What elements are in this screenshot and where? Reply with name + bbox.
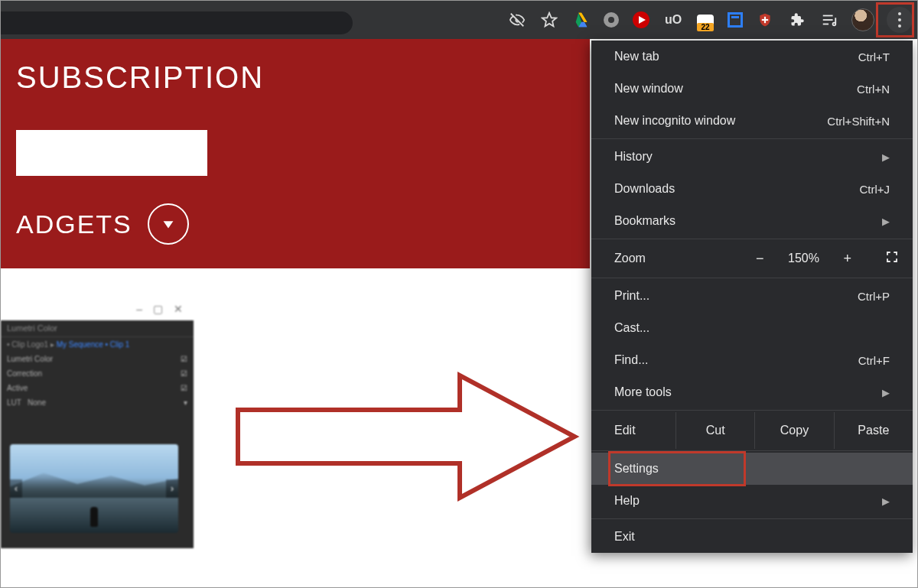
menu-find[interactable]: Find... Ctrl+F xyxy=(591,344,913,376)
submenu-caret-icon: ▶ xyxy=(882,387,890,398)
menu-item-shortcut: Ctrl+J xyxy=(859,183,890,196)
menu-item-label: New incognito window xyxy=(614,114,735,128)
svg-marker-11 xyxy=(163,221,173,228)
submenu-caret-icon: ▶ xyxy=(882,151,890,163)
eye-off-icon[interactable] xyxy=(507,10,527,30)
menu-item-label: History xyxy=(614,150,653,164)
menu-item-label: Zoom xyxy=(614,252,646,265)
profile-avatar[interactable] xyxy=(851,8,874,31)
menu-separator xyxy=(591,278,913,278)
menu-help[interactable]: Help ▶ xyxy=(591,485,913,517)
edit-cut[interactable]: Cut xyxy=(675,412,754,449)
menu-separator xyxy=(591,239,913,239)
honey-badge: 22 xyxy=(697,23,714,31)
menu-item-label: Help xyxy=(614,494,640,508)
menu-item-label: Exit xyxy=(614,530,635,544)
menu-edit: Edit Cut Copy Paste xyxy=(591,412,913,449)
menu-separator xyxy=(591,410,913,411)
menu-item-shortcut: Ctrl+Shift+N xyxy=(827,115,890,128)
menu-bookmarks[interactable]: Bookmarks ▶ xyxy=(591,205,913,237)
svg-marker-0 xyxy=(542,13,556,26)
menu-separator xyxy=(591,138,913,139)
editor-thumbnail: –▢✕ Lumetri Color • Clip Logo1 ▸ My Sequ… xyxy=(1,297,194,548)
frame-extension-icon[interactable] xyxy=(728,12,743,28)
menu-exit[interactable]: Exit xyxy=(591,521,913,553)
nav-label[interactable]: ADGETS xyxy=(16,210,132,239)
menu-item-shortcut: Ctrl+F xyxy=(858,354,890,367)
menu-more-tools[interactable]: More tools ▶ xyxy=(591,376,913,408)
menu-cast[interactable]: Cast... xyxy=(591,312,913,344)
star-icon[interactable] xyxy=(539,10,559,30)
prev-icon[interactable]: ‹ xyxy=(10,479,22,498)
zoom-in-button[interactable]: + xyxy=(843,251,851,267)
menu-new-tab[interactable]: New tab Ctrl+T xyxy=(591,41,913,73)
window-controls: –▢✕ xyxy=(1,297,194,320)
menu-item-label: Print... xyxy=(614,289,649,303)
submenu-caret-icon: ▶ xyxy=(882,216,890,227)
menu-item-shortcut: Ctrl+P xyxy=(858,290,890,303)
menu-item-label: Bookmarks xyxy=(614,214,675,228)
menu-separator xyxy=(591,450,913,451)
menu-print[interactable]: Print... Ctrl+P xyxy=(591,280,913,312)
input-box[interactable] xyxy=(16,130,207,176)
fullscreen-icon[interactable] xyxy=(885,250,899,267)
menu-button[interactable] xyxy=(887,7,913,33)
edit-copy[interactable]: Copy xyxy=(754,412,833,449)
menu-history[interactable]: History ▶ xyxy=(591,141,913,173)
menu-item-label: Find... xyxy=(614,353,648,367)
zoom-out-button[interactable]: − xyxy=(756,251,764,267)
page-title: SUBSCRIPTION xyxy=(16,60,590,95)
menu-item-label: Settings xyxy=(614,462,659,476)
playlist-icon[interactable] xyxy=(819,10,839,30)
menu-item-label: New window xyxy=(614,82,683,96)
menu-downloads[interactable]: Downloads Ctrl+J xyxy=(591,173,913,205)
video-preview[interactable]: ‹ › xyxy=(10,444,178,533)
page-background: SUBSCRIPTION ADGETS xyxy=(1,39,590,268)
menu-item-label: More tools xyxy=(614,385,672,399)
google-drive-icon[interactable] xyxy=(571,10,591,30)
menu-item-shortcut: Ctrl+N xyxy=(857,83,890,96)
menu-settings[interactable]: Settings xyxy=(591,453,913,485)
menu-item-shortcut: Ctrl+T xyxy=(858,50,890,63)
shield-extension-icon[interactable] xyxy=(755,10,775,30)
edit-paste[interactable]: Paste xyxy=(834,412,913,449)
extensions-icon[interactable] xyxy=(787,10,807,30)
browser-toolbar: uO 22 xyxy=(1,1,917,39)
menu-item-label: New tab xyxy=(614,50,659,63)
zoom-value: 150% xyxy=(782,252,825,265)
dropdown-toggle[interactable] xyxy=(148,203,189,245)
disc-extension-icon[interactable] xyxy=(604,12,619,28)
omnibox-partial[interactable] xyxy=(1,11,353,34)
ublock-icon[interactable]: uO xyxy=(663,10,683,30)
menu-item-label: Edit xyxy=(591,424,675,437)
menu-separator xyxy=(591,518,913,519)
menu-zoom: Zoom − 150% + xyxy=(591,241,913,276)
youtube-play-icon[interactable] xyxy=(631,10,651,30)
next-icon[interactable]: › xyxy=(166,479,178,498)
menu-incognito[interactable]: New incognito window Ctrl+Shift+N xyxy=(591,105,913,137)
honey-extension-icon[interactable]: 22 xyxy=(695,10,715,30)
submenu-caret-icon: ▶ xyxy=(882,495,890,507)
annotation-arrow xyxy=(230,368,582,505)
menu-item-label: Downloads xyxy=(614,182,675,196)
menu-new-window[interactable]: New window Ctrl+N xyxy=(591,73,913,105)
svg-rect-7 xyxy=(762,19,768,21)
chrome-menu: New tab Ctrl+T New window Ctrl+N New inc… xyxy=(591,41,913,553)
menu-item-label: Cast... xyxy=(614,321,649,335)
